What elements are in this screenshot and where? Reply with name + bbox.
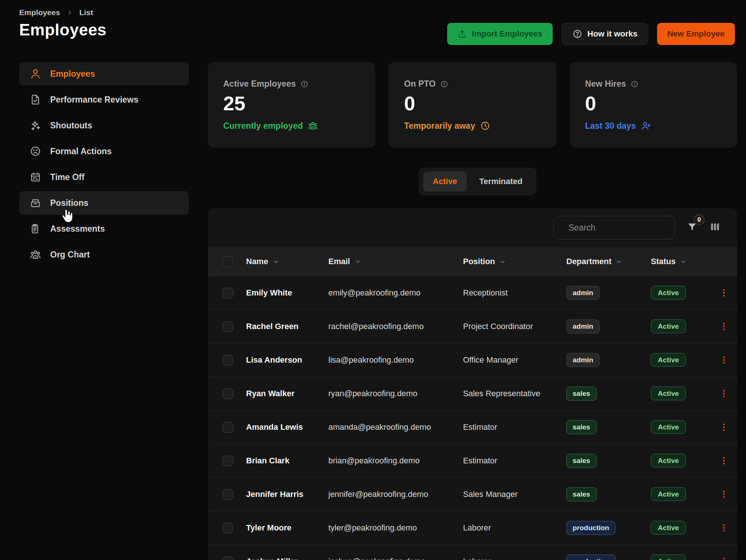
cell-email: lisa@peakroofing.demo bbox=[328, 355, 463, 365]
row-actions-button[interactable] bbox=[716, 487, 731, 502]
cell-email: rachel@peakroofing.demo bbox=[328, 322, 463, 331]
info-icon[interactable] bbox=[631, 80, 639, 88]
stat-cards: Active Employees25Currently employedOn P… bbox=[208, 62, 737, 148]
row-checkbox[interactable] bbox=[222, 422, 233, 433]
stat-card-subtitle: Temporarily away bbox=[404, 121, 540, 131]
search-input[interactable] bbox=[568, 222, 678, 233]
row-checkbox-cell bbox=[222, 422, 246, 433]
row-actions-button[interactable] bbox=[716, 453, 731, 468]
stat-card-header: New Hires bbox=[585, 79, 722, 89]
cell-position: Receptionist bbox=[463, 288, 566, 298]
sidebar-item-org-chart[interactable]: Org Chart bbox=[19, 243, 189, 266]
row-checkbox-cell bbox=[222, 388, 246, 399]
row-actions-button[interactable] bbox=[716, 386, 731, 401]
cell-actions bbox=[716, 353, 737, 367]
tab-terminated[interactable]: Terminated bbox=[470, 172, 532, 191]
column-header-name[interactable]: Name bbox=[246, 257, 328, 266]
cell-position: Sales Representative bbox=[463, 389, 566, 398]
row-actions-button[interactable] bbox=[716, 420, 731, 435]
cell-status: Active bbox=[651, 390, 716, 398]
row-checkbox-cell bbox=[222, 489, 246, 500]
cell-actions bbox=[716, 386, 737, 401]
row-checkbox-cell bbox=[222, 288, 246, 298]
sidebar-item-employees[interactable]: Employees bbox=[19, 62, 189, 86]
status-badge: Active bbox=[651, 521, 686, 535]
sidebar-item-label: Employees bbox=[50, 69, 95, 79]
row-checkbox-cell bbox=[222, 321, 246, 332]
cell-department: sales bbox=[566, 387, 651, 401]
cell-actions bbox=[716, 521, 737, 535]
row-actions-button[interactable] bbox=[716, 286, 731, 300]
row-checkbox[interactable] bbox=[222, 388, 233, 399]
new-employee-button[interactable]: New Employee bbox=[657, 23, 735, 45]
org-icon bbox=[30, 249, 41, 260]
sidebar-item-formal-actions[interactable]: Formal Actions bbox=[19, 139, 189, 163]
stat-card-on-pto: On PTO0Temporarily away bbox=[388, 62, 556, 148]
table-row: Joshua Millerjoshua@peakroofing.demoLabo… bbox=[208, 545, 737, 560]
stat-card-value: 0 bbox=[404, 93, 540, 113]
stat-card-active-employees: Active Employees25Currently employed bbox=[208, 62, 375, 148]
cell-name: Tyler Moore bbox=[246, 523, 328, 533]
question-icon bbox=[572, 29, 583, 39]
sidebar-item-label: Org Chart bbox=[50, 250, 90, 260]
how-it-works-button[interactable]: How it works bbox=[562, 23, 648, 45]
info-icon[interactable] bbox=[300, 80, 308, 88]
row-actions-button[interactable] bbox=[716, 554, 731, 560]
search-box[interactable] bbox=[553, 216, 675, 239]
column-header-position[interactable]: Position bbox=[463, 257, 566, 266]
department-badge: sales bbox=[566, 487, 597, 501]
department-badge: admin bbox=[566, 286, 600, 300]
column-header-department[interactable]: Department bbox=[566, 257, 651, 266]
tab-active[interactable]: Active bbox=[423, 172, 467, 191]
sidebar-item-performance-reviews[interactable]: Performance Reviews bbox=[19, 88, 189, 111]
dots-vertical-icon bbox=[719, 355, 729, 365]
clock-icon bbox=[480, 121, 490, 131]
row-actions-button[interactable] bbox=[716, 521, 731, 535]
table-row: Brian Clarkbrian@peakroofing.demoEstimat… bbox=[208, 444, 737, 477]
status-badge: Active bbox=[651, 387, 686, 400]
row-checkbox[interactable] bbox=[222, 355, 233, 366]
row-actions-button[interactable] bbox=[716, 353, 731, 367]
status-badge: Active bbox=[651, 420, 686, 434]
info-icon[interactable] bbox=[440, 80, 448, 88]
cell-actions bbox=[716, 286, 737, 300]
department-badge: admin bbox=[566, 353, 600, 367]
row-checkbox[interactable] bbox=[222, 456, 233, 466]
sidebar-item-shoutouts[interactable]: Shoutouts bbox=[19, 114, 189, 137]
dots-vertical-icon bbox=[719, 322, 729, 331]
sidebar-item-positions[interactable]: Positions bbox=[19, 191, 189, 215]
column-header-status[interactable]: Status bbox=[651, 257, 716, 266]
cell-actions bbox=[716, 487, 737, 502]
select-all-checkbox[interactable] bbox=[222, 256, 233, 267]
status-badge: Active bbox=[651, 286, 686, 300]
sidebar-item-time-off[interactable]: Time Off bbox=[19, 165, 189, 189]
chevron-right-icon bbox=[66, 9, 73, 16]
column-header-email[interactable]: Email bbox=[328, 257, 463, 266]
sidebar-item-label: Time Off bbox=[50, 172, 84, 182]
sidebar-item-assessments[interactable]: Assessments bbox=[19, 217, 189, 241]
table-row: Tyler Mooretyler@peakroofing.demoLaborer… bbox=[208, 511, 737, 545]
status-badge: Active bbox=[651, 554, 686, 560]
department-badge: admin bbox=[566, 319, 600, 333]
cell-department: sales bbox=[566, 487, 651, 501]
row-checkbox[interactable] bbox=[222, 321, 233, 332]
row-checkbox[interactable] bbox=[222, 288, 233, 298]
cell-email: joshua@peakroofing.demo bbox=[328, 557, 463, 560]
breadcrumb-root[interactable]: Employees bbox=[19, 8, 60, 17]
frown-icon bbox=[30, 145, 41, 157]
stat-card-header: Active Employees bbox=[223, 79, 360, 89]
import-employees-button[interactable]: Import Employees bbox=[447, 23, 553, 45]
row-checkbox[interactable] bbox=[222, 489, 233, 500]
cell-position: Office Manager bbox=[463, 355, 566, 365]
filter-button[interactable]: 0 bbox=[686, 221, 698, 234]
header-actions: Import Employees How it works New Employ… bbox=[447, 23, 735, 45]
cell-position: Laborer bbox=[463, 557, 566, 560]
columns-button[interactable] bbox=[709, 221, 721, 234]
row-checkbox[interactable] bbox=[222, 556, 233, 560]
cell-position: Sales Manager bbox=[463, 490, 566, 499]
cell-department: production bbox=[566, 554, 651, 560]
row-actions-button[interactable] bbox=[716, 319, 731, 334]
row-checkbox[interactable] bbox=[222, 523, 233, 533]
row-checkbox-cell bbox=[222, 556, 246, 560]
import-employees-label: Import Employees bbox=[472, 29, 542, 39]
